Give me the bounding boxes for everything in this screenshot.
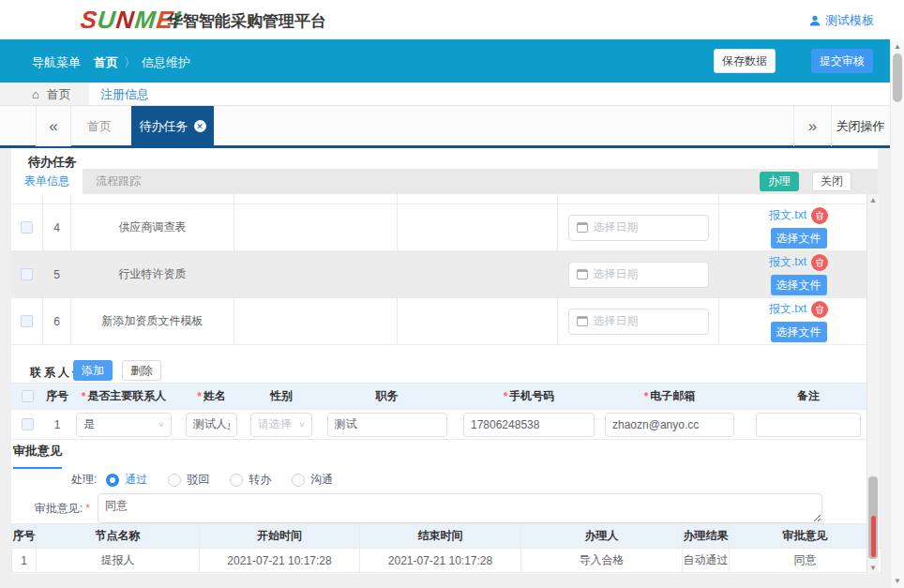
tab-close-icon[interactable]: ✕ bbox=[194, 120, 206, 132]
delete-contact-button[interactable]: 删除 bbox=[122, 360, 161, 381]
tabs-scroll-right-icon[interactable]: » bbox=[793, 106, 831, 146]
user-menu[interactable]: 测试模板 bbox=[809, 12, 874, 29]
scroll-up-icon[interactable]: ▲ bbox=[891, 42, 904, 51]
scroll-down-icon[interactable]: ▼ bbox=[867, 564, 879, 572]
close-operations-dropdown[interactable]: 关闭操作▼ bbox=[831, 106, 889, 146]
inner-scrollbar[interactable]: ▲ ▼ bbox=[866, 194, 879, 574]
history-row: 1 提报人 2021-07-21 10:17:28 2021-07-21 10:… bbox=[12, 549, 881, 573]
calendar-icon bbox=[577, 222, 588, 233]
primary-navbar: 导航菜单 首页〉信息维护 保存数据 提交审核 bbox=[0, 39, 890, 83]
close-button[interactable]: 关闭 bbox=[812, 172, 851, 191]
row-checkbox[interactable] bbox=[22, 418, 34, 430]
primary-contact-select[interactable]: 是∨ bbox=[76, 413, 172, 437]
delete-file-icon[interactable] bbox=[811, 301, 828, 318]
select-all-checkbox[interactable] bbox=[22, 390, 34, 402]
choose-file-button[interactable]: 选择文件 bbox=[771, 228, 827, 249]
app-title: 华智智能采购管理平台 bbox=[167, 10, 326, 32]
calendar-icon bbox=[577, 269, 588, 279]
radio-approve-label[interactable]: 通过 bbox=[125, 472, 147, 488]
radio-communicate-label[interactable]: 沟通 bbox=[310, 472, 333, 488]
register-info-area: 注册信息 bbox=[89, 83, 890, 105]
contacts-table: 序号 *是否主要联系人 *姓名 性别 职务 *手机号码 *电子邮箱 备注 1 是… bbox=[11, 383, 878, 440]
remark-input[interactable] bbox=[756, 413, 861, 437]
radio-transfer-label[interactable]: 转办 bbox=[249, 472, 271, 488]
radio-approve[interactable] bbox=[106, 474, 119, 487]
process-label: 处理: bbox=[71, 472, 97, 488]
qualification-files-table: 4 供应商调查表 选择日期 报文.txt 选择文件 5 行业特许资质 选择日期 bbox=[11, 194, 878, 345]
row-seq: 5 bbox=[43, 251, 71, 297]
choose-file-button[interactable]: 选择文件 bbox=[771, 322, 827, 342]
main-content: 待办任务 表单信息 流程跟踪 办理 关闭 4 供应商调查表 选择日期 bbox=[0, 148, 904, 588]
home-icon: ⌂ bbox=[32, 87, 39, 101]
app-window: SUNMEI 华智智能采购管理平台 测试模板 导航菜单 首页〉信息维护 保存数据… bbox=[0, 0, 904, 588]
row-checkbox[interactable] bbox=[21, 221, 33, 234]
date-picker-input[interactable]: 选择日期 bbox=[568, 262, 709, 288]
opinion-label: 审批意见: * bbox=[13, 493, 92, 523]
sub-strip: ⌂首页 注册信息 bbox=[0, 83, 890, 105]
register-info-link[interactable]: 注册信息 bbox=[100, 86, 149, 103]
delete-file-icon[interactable] bbox=[811, 254, 828, 271]
radio-transfer[interactable] bbox=[230, 474, 243, 487]
scroll-accent-bar bbox=[871, 516, 876, 557]
row-checkbox[interactable] bbox=[21, 268, 33, 280]
chevron-down-icon: ∨ bbox=[158, 421, 164, 429]
save-data-button[interactable]: 保存数据 bbox=[714, 49, 776, 73]
radio-reject[interactable] bbox=[168, 474, 181, 487]
choose-file-button[interactable]: 选择文件 bbox=[771, 275, 827, 295]
calendar-icon bbox=[577, 316, 588, 326]
approval-opinion-row: 审批意见: * 同意 bbox=[13, 493, 822, 523]
gender-select[interactable]: 请选择∨ bbox=[250, 413, 312, 437]
radio-reject-label[interactable]: 驳回 bbox=[187, 472, 209, 488]
radio-communicate[interactable] bbox=[292, 474, 305, 487]
scroll-down-icon[interactable]: ▼ bbox=[891, 577, 904, 585]
contact-row: 1 是∨ 请选择∨ bbox=[11, 410, 878, 440]
tab-todo-active[interactable]: 待办任务 ✕ bbox=[131, 106, 214, 146]
user-name: 测试模板 bbox=[825, 12, 874, 29]
breadcrumb-home[interactable]: 首页 bbox=[94, 55, 118, 69]
tab-home[interactable]: 首页 bbox=[71, 106, 128, 146]
col-header: 备注 bbox=[739, 384, 878, 409]
breadcrumb-separator: 〉 bbox=[124, 55, 136, 69]
row-checkbox[interactable] bbox=[21, 315, 33, 327]
contact-name-input[interactable] bbox=[186, 413, 237, 437]
top-header: SUNMEI 华智智能采购管理平台 测试模板 bbox=[0, 0, 904, 39]
user-icon bbox=[809, 15, 821, 26]
file-template-name: 行业特许资质 bbox=[71, 251, 234, 297]
tabs-scroll-left-icon[interactable]: « bbox=[36, 106, 71, 146]
col-header: *是否主要联系人 bbox=[71, 384, 176, 409]
file-template-name: 供应商调查表 bbox=[71, 204, 234, 250]
chevron-down-icon: ∨ bbox=[298, 421, 305, 429]
email-input[interactable] bbox=[605, 413, 734, 437]
history-header-row: 序号 节点名称 开始时间 结束时间 办理人 办理结果 审批意见 bbox=[12, 524, 881, 549]
phone-input[interactable] bbox=[463, 413, 595, 437]
col-header: *姓名 bbox=[176, 384, 247, 409]
nav-menu-toggle[interactable]: 导航菜单 bbox=[32, 54, 81, 71]
breadcrumb: 首页〉信息维护 bbox=[94, 54, 190, 71]
col-header: 序号 bbox=[43, 384, 71, 409]
table-row: 5 行业特许资质 选择日期 报文.txt 选择文件 bbox=[11, 251, 878, 298]
breadcrumb-current: 信息维护 bbox=[142, 55, 190, 69]
sidebar-item-home[interactable]: ⌂首页 bbox=[0, 83, 89, 105]
page-scrollbar[interactable]: ▲ ▼ bbox=[890, 39, 904, 588]
uploaded-file-link[interactable]: 报文.txt bbox=[769, 254, 806, 270]
date-picker-input[interactable]: 选择日期 bbox=[568, 215, 709, 241]
handle-button[interactable]: 办理 bbox=[760, 172, 799, 191]
opinion-textarea[interactable]: 同意 bbox=[98, 493, 822, 523]
tab-form-info[interactable]: 表单信息 bbox=[11, 169, 83, 194]
col-header: *电子邮箱 bbox=[600, 384, 739, 409]
submit-review-button[interactable]: 提交审核 bbox=[811, 49, 873, 73]
form-actions: 办理 关闭 bbox=[760, 172, 851, 191]
scroll-up-icon[interactable]: ▲ bbox=[867, 196, 879, 204]
date-picker-input[interactable]: 选择日期 bbox=[568, 309, 709, 335]
delete-file-icon[interactable] bbox=[811, 207, 828, 224]
tab-flow-track[interactable]: 流程跟踪 bbox=[83, 169, 154, 194]
uploaded-file-link[interactable]: 报文.txt bbox=[769, 207, 806, 223]
uploaded-file-link[interactable]: 报文.txt bbox=[769, 301, 806, 317]
inner-scrollbar-thumb[interactable] bbox=[868, 476, 878, 559]
approval-history-table: 序号 节点名称 开始时间 结束时间 办理人 办理结果 审批意见 1 提报人 20… bbox=[11, 523, 881, 573]
add-contact-button[interactable]: 添加 bbox=[73, 360, 113, 381]
position-input[interactable] bbox=[327, 413, 447, 437]
page-scrollbar-thumb[interactable] bbox=[893, 53, 902, 102]
col-header: *手机号码 bbox=[458, 384, 600, 409]
table-row: 6 新添加资质文件模板 选择日期 报文.txt 选择文件 bbox=[11, 298, 878, 345]
